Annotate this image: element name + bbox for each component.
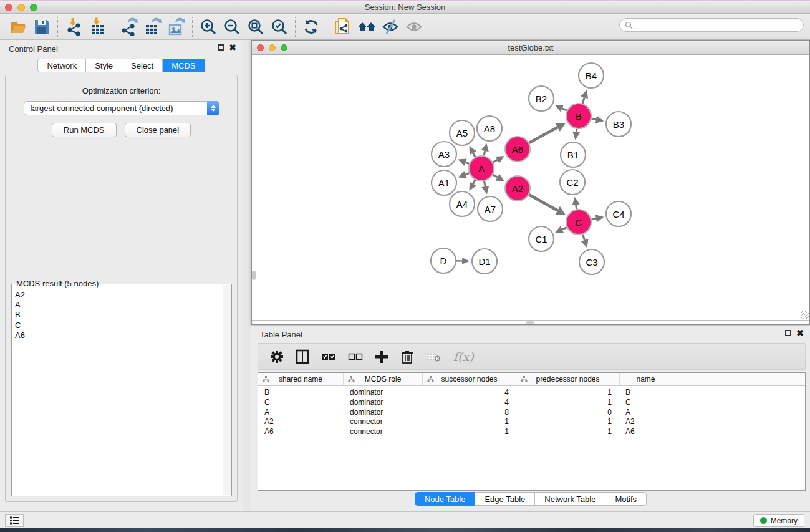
graph-node-B[interactable]: B: [566, 104, 591, 128]
hide-selected-icon[interactable]: [378, 16, 402, 38]
zoom-out-icon[interactable]: [220, 16, 244, 38]
open-file-icon[interactable]: [6, 16, 30, 38]
resize-grip-icon[interactable]: [801, 311, 809, 319]
table-cell[interactable]: connector: [344, 427, 423, 437]
horizontal-scrollbar[interactable]: [252, 320, 809, 324]
tab-motifs[interactable]: Motifs: [605, 492, 647, 506]
import-table-icon[interactable]: [85, 16, 109, 38]
graph-node-A5[interactable]: A5: [450, 120, 475, 145]
graph-node-C[interactable]: C: [566, 210, 591, 235]
clone-network-icon[interactable]: [331, 16, 355, 38]
task-history-button[interactable]: [5, 514, 24, 527]
column-header[interactable]: successor nodes: [423, 373, 516, 385]
table-cell[interactable]: 1: [516, 427, 620, 437]
column-header[interactable]: predecessor nodes: [516, 373, 620, 385]
delete-table-icon[interactable]: [425, 349, 443, 364]
result-item[interactable]: A2: [12, 290, 223, 300]
horizontal-scrollbar-thumb[interactable]: [526, 321, 534, 324]
result-item[interactable]: B: [12, 310, 223, 320]
float-table-panel-icon[interactable]: [785, 330, 791, 336]
table-cell[interactable]: 4: [423, 388, 516, 398]
graph-node-B1[interactable]: B1: [561, 142, 586, 167]
table-cell[interactable]: connector: [344, 417, 423, 427]
table-cell[interactable]: A2: [620, 417, 672, 427]
zoom-fit-icon[interactable]: [244, 16, 268, 38]
float-panel-icon[interactable]: [218, 44, 224, 51]
graph-node-A4[interactable]: A4: [450, 191, 475, 216]
graph-node-B4[interactable]: B4: [579, 63, 604, 88]
select-all-icon[interactable]: [321, 349, 337, 364]
memory-button[interactable]: Memory: [753, 514, 804, 527]
graph-node-A2[interactable]: A2: [505, 176, 530, 201]
graph-node-B3[interactable]: B3: [606, 112, 631, 137]
export-image-icon[interactable]: [165, 16, 188, 38]
tab-mcds[interactable]: MCDS: [163, 59, 205, 72]
table-cell[interactable]: A2: [258, 417, 344, 427]
table-cell[interactable]: A6: [620, 427, 672, 437]
table-row[interactable]: Cdominator41C: [258, 398, 805, 408]
column-header[interactable]: MCDS role: [344, 373, 423, 385]
refresh-layout-icon[interactable]: [299, 16, 323, 38]
table-cell[interactable]: B: [620, 388, 672, 398]
table-cell[interactable]: A: [620, 408, 672, 418]
table-cell[interactable]: 1: [516, 398, 620, 408]
network-window-titlebar[interactable]: testGlobe.txt: [252, 41, 809, 55]
graph-node-A[interactable]: A: [469, 156, 494, 181]
search-input[interactable]: [633, 19, 803, 31]
deselect-all-icon[interactable]: [347, 349, 364, 364]
graph-node-A3[interactable]: A3: [432, 142, 456, 167]
column-header[interactable]: name: [620, 373, 672, 385]
table-cell[interactable]: 0: [516, 408, 620, 418]
graph-node-C1[interactable]: C1: [529, 226, 554, 251]
table-cell[interactable]: 1: [516, 417, 620, 427]
graph-node-A8[interactable]: A8: [477, 116, 502, 141]
table-row[interactable]: Adominator80A: [258, 408, 805, 418]
run-mcds-button[interactable]: Run MCDS: [52, 123, 117, 137]
graph-node-C3[interactable]: C3: [579, 249, 604, 274]
table-settings-icon[interactable]: [269, 349, 284, 364]
table-cell[interactable]: 1: [423, 417, 516, 427]
tab-style[interactable]: Style: [86, 59, 122, 72]
add-column-icon[interactable]: [374, 349, 389, 364]
tab-select[interactable]: Select: [122, 59, 163, 72]
column-header[interactable]: shared name: [258, 373, 344, 385]
graph-node-C4[interactable]: C4: [606, 201, 631, 226]
tab-network[interactable]: Network: [37, 59, 86, 72]
result-item[interactable]: C: [12, 321, 223, 331]
table-cell[interactable]: 1: [423, 427, 516, 437]
tab-network-table[interactable]: Network Table: [535, 492, 605, 506]
table-panel-mode-icon[interactable]: [295, 349, 310, 364]
search-field[interactable]: [619, 18, 804, 32]
result-scrollbar[interactable]: [223, 285, 231, 495]
export-table-icon[interactable]: [141, 16, 165, 38]
graph-node-D1[interactable]: D1: [472, 249, 497, 274]
table-cell[interactable]: dominator: [344, 408, 423, 418]
result-item[interactable]: A: [12, 300, 223, 310]
graph-node-B2[interactable]: B2: [529, 86, 554, 111]
graph-node-D[interactable]: D: [431, 248, 456, 273]
table-cell[interactable]: 1: [516, 388, 620, 398]
table-cell[interactable]: 4: [423, 398, 516, 408]
zoom-selected-icon[interactable]: [268, 16, 291, 38]
show-all-icon[interactable]: [402, 16, 426, 38]
graph-node-C2[interactable]: C2: [560, 170, 585, 195]
criterion-dropdown[interactable]: largest connected component (directed): [24, 101, 219, 115]
table-cell[interactable]: C: [620, 398, 672, 408]
network-canvas[interactable]: AA1A2A3A4A5A6A7A8BB1B2B3B4CC1C2C3C4DD1: [252, 55, 809, 324]
function-builder-icon[interactable]: f(x): [453, 350, 474, 364]
close-panel-button[interactable]: Close panel: [125, 123, 191, 137]
table-cell[interactable]: B: [258, 388, 344, 398]
table-cell[interactable]: dominator: [344, 388, 423, 398]
table-cell[interactable]: 8: [423, 408, 516, 418]
table-cell[interactable]: dominator: [344, 398, 423, 408]
close-table-panel-icon[interactable]: ✖: [796, 330, 804, 336]
close-panel-icon[interactable]: ✖: [229, 44, 236, 51]
result-item[interactable]: A6: [12, 331, 223, 341]
table-row[interactable]: A2connector11A2: [258, 417, 805, 427]
tab-edge-table[interactable]: Edge Table: [475, 492, 535, 506]
table-row[interactable]: A6connector11A6: [258, 427, 805, 437]
table-row[interactable]: Bdominator41B: [258, 388, 805, 398]
graph-node-A6[interactable]: A6: [505, 137, 530, 162]
import-network-icon[interactable]: [62, 16, 85, 38]
graph-node-A1[interactable]: A1: [432, 170, 456, 195]
